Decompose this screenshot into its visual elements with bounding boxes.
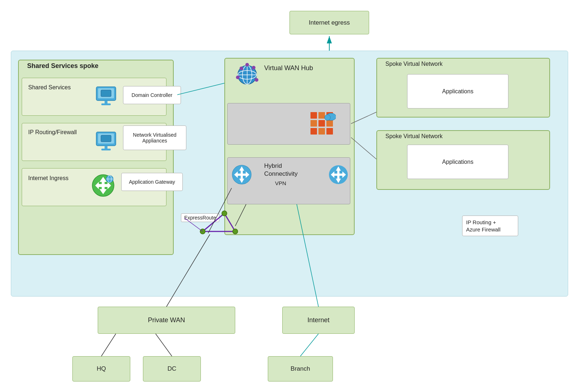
svg-rect-36	[310, 128, 317, 135]
spoke-vn-1-apps: Applications	[407, 74, 508, 108]
svg-line-62	[300, 334, 318, 356]
hybrid-connectivity-label: HybridConnectivity	[264, 162, 298, 178]
svg-rect-38	[326, 128, 333, 135]
app-gateway-label: Application Gateway	[129, 179, 175, 185]
hybrid-vpn-label: VPN	[275, 180, 286, 186]
svg-rect-7	[101, 135, 111, 142]
spoke-vn-1-title: Spoke Virtual Network	[385, 61, 443, 67]
private-wan-label: Private WAN	[148, 316, 185, 324]
internet-ingress-label: Internet Ingress	[28, 175, 68, 182]
ip-routing-azure-label: IP Routing +Azure Firewall	[462, 216, 518, 236]
hq-box: HQ	[72, 356, 130, 382]
ip-routing-firewall-label: IP Routing/Firewall	[28, 129, 77, 136]
spoke-vn-1-apps-label: Applications	[442, 88, 473, 95]
shared-services-label: Shared Services	[28, 84, 71, 91]
internet-box: Internet	[282, 307, 355, 334]
svg-rect-4	[101, 103, 111, 105]
domain-controller-box: Domain Controller	[123, 86, 181, 104]
svg-rect-30	[310, 112, 317, 119]
spoke-vn-2-title: Spoke Virtual Network	[385, 133, 443, 140]
svg-point-40	[325, 115, 330, 120]
ip-routing-icon	[92, 125, 119, 157]
lock-icon-right	[326, 162, 351, 187]
ingress-icon	[89, 169, 118, 202]
spoke-vn-2-apps: Applications	[407, 145, 508, 179]
svg-rect-8	[105, 146, 107, 149]
ip-routing-azure-text: IP Routing +Azure Firewall	[466, 219, 500, 233]
firewall-icon	[304, 105, 340, 143]
svg-rect-2	[101, 90, 111, 97]
shared-services-icon	[92, 80, 119, 112]
vwan-hub-label: Virtual WAN Hub	[264, 64, 313, 72]
hq-label: HQ	[97, 365, 106, 372]
svg-rect-3	[105, 101, 107, 103]
app-gateway-box: Application Gateway	[121, 173, 183, 191]
dc-box: DC	[143, 356, 201, 382]
diagram-container: Internet egress Shared Services spoke Sh…	[0, 0, 579, 392]
svg-rect-9	[101, 149, 111, 150]
network-va-label: Network VirtualisedAppliances	[133, 132, 176, 144]
expressroute-label: ExpressRoute	[181, 213, 219, 222]
svg-rect-37	[318, 128, 325, 135]
internet-egress-box: Internet egress	[290, 11, 369, 34]
lock-icon-left2	[229, 162, 254, 187]
svg-rect-33	[310, 120, 317, 127]
shared-services-spoke-title: Shared Services spoke	[27, 62, 98, 70]
network-va-box: Network VirtualisedAppliances	[123, 125, 186, 150]
internet-label: Internet	[307, 316, 329, 324]
spoke-vn-2-apps-label: Applications	[442, 159, 473, 165]
svg-line-61	[156, 334, 172, 356]
svg-rect-34	[318, 120, 325, 127]
vwan-hub-globe-icon	[232, 60, 262, 89]
branch-label: Branch	[291, 365, 310, 372]
private-wan-box: Private WAN	[98, 307, 235, 334]
internet-egress-label: Internet egress	[309, 19, 350, 26]
svg-rect-35	[326, 120, 333, 127]
svg-line-60	[101, 334, 116, 356]
hybrid-connectivity-text: HybridConnectivity	[264, 162, 298, 177]
dc-label: DC	[168, 365, 177, 372]
domain-controller-label: Domain Controller	[132, 92, 173, 98]
branch-box: Branch	[268, 356, 333, 382]
svg-rect-31	[318, 112, 325, 119]
